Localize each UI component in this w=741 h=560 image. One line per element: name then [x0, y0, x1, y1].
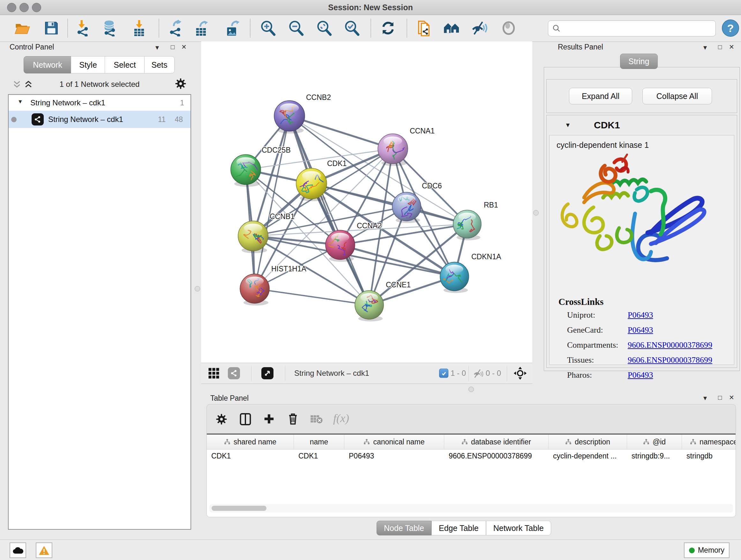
open-in-new-window-button[interactable]: [261, 367, 273, 379]
string-document-button[interactable]: [414, 17, 434, 39]
table-options-button[interactable]: [216, 414, 227, 426]
expand-all-button[interactable]: Expand All: [569, 88, 632, 105]
collapse-all-networks-button[interactable]: [12, 80, 22, 91]
crosslink-link[interactable]: P06493: [628, 370, 653, 380]
tab-network-table[interactable]: Network Table: [486, 521, 551, 536]
entry-expander-icon[interactable]: ▼: [565, 122, 571, 129]
collapse-all-button[interactable]: Collapse All: [643, 88, 712, 105]
zoom-out-button[interactable]: [286, 17, 306, 39]
tab-network[interactable]: Network: [23, 56, 71, 73]
expand-all-networks-button[interactable]: [23, 80, 33, 91]
import-network-from-database-button[interactable]: [100, 17, 119, 39]
export-image-icon: [224, 20, 241, 37]
control-panel-close-button[interactable]: ✕: [181, 44, 187, 50]
zoom-selected-icon: [344, 20, 360, 37]
table-cell[interactable]: CDK1: [207, 449, 294, 462]
birds-eye-view-button[interactable]: [208, 368, 219, 380]
table-cell[interactable]: stringdb:9...: [627, 449, 682, 462]
tab-string[interactable]: String: [620, 54, 658, 69]
column-header-namespace[interactable]: namespace: [682, 435, 736, 449]
selected-checkbox-icon[interactable]: [439, 369, 448, 378]
column-header-database-identifier[interactable]: database identifier: [444, 435, 549, 449]
table-cell[interactable]: stringdb: [682, 449, 736, 462]
results-panel-float-menu[interactable]: ▾: [703, 44, 707, 51]
table-cell[interactable]: P06493: [344, 449, 444, 462]
search-input[interactable]: [563, 23, 712, 33]
table-cell[interactable]: cyclin-dependent ...: [549, 449, 627, 462]
network-edge[interactable]: [289, 116, 393, 149]
hide-unhide-button[interactable]: [469, 17, 488, 39]
scrollbar-thumb[interactable]: [212, 506, 266, 511]
vertical-splitter-handle[interactable]: [195, 286, 200, 292]
network-canvas[interactable]: CCNB2CCNA1CDC25BCDK1CDC6RB1CCNB1CCNA2CDK…: [201, 42, 532, 363]
column-header--id[interactable]: @id: [627, 435, 682, 449]
tab-sets[interactable]: Sets: [144, 56, 175, 73]
results-panel-float-button[interactable]: □: [718, 44, 722, 50]
grid-icon: [208, 368, 219, 379]
import-table-button[interactable]: [130, 17, 149, 39]
column-header-name[interactable]: name: [294, 435, 344, 449]
show-graphics-details-button[interactable]: [499, 17, 518, 39]
export-image-button[interactable]: [223, 17, 242, 39]
zoom-fit-button[interactable]: [315, 17, 334, 39]
tab-select[interactable]: Select: [105, 56, 145, 73]
column-header-label: database identifier: [471, 438, 531, 446]
table-horizontal-scrollbar[interactable]: [209, 504, 733, 512]
crosslink-link[interactable]: P06493: [628, 325, 653, 335]
table-cell[interactable]: 9606.ENSP00000378699: [444, 449, 549, 462]
tab-node-table[interactable]: Node Table: [377, 521, 431, 536]
function-builder-button[interactable]: f(x): [333, 412, 349, 425]
network-edge[interactable]: [255, 116, 289, 289]
tab-style[interactable]: Style: [71, 56, 105, 73]
zoom-in-button[interactable]: [259, 17, 278, 39]
column-header-canonical-name[interactable]: canonical name: [344, 435, 444, 449]
tab-edge-table[interactable]: Edge Table: [431, 521, 486, 536]
expander-icon[interactable]: ▼: [17, 99, 23, 105]
cloud-status-button[interactable]: [10, 543, 26, 558]
delete-table-button[interactable]: [310, 415, 323, 426]
table-tabs: Node Table Edge Table Network Table: [377, 521, 551, 536]
table-toolbar: f(x): [207, 405, 736, 434]
search-field[interactable]: [548, 20, 716, 37]
column-header-shared-name[interactable]: shared name: [207, 435, 294, 449]
delete-columns-button[interactable]: [287, 412, 299, 426]
save-session-button[interactable]: [42, 17, 61, 39]
fit-content-button[interactable]: [513, 366, 527, 381]
table-cell[interactable]: CDK1: [294, 449, 344, 462]
cloud-icon: [12, 546, 23, 555]
create-column-button[interactable]: [263, 413, 275, 426]
column-header-label: name: [310, 438, 328, 446]
network-edge[interactable]: [289, 116, 369, 305]
home-button[interactable]: [442, 17, 461, 39]
warnings-button[interactable]: [36, 543, 52, 558]
network-share-toggle[interactable]: [228, 367, 240, 379]
refresh-button[interactable]: [379, 17, 398, 39]
export-table-button[interactable]: [192, 17, 211, 39]
crosslink-link[interactable]: 9606.ENSP00000378699: [628, 355, 712, 365]
gear-icon: [216, 414, 227, 425]
memory-button[interactable]: Memory: [684, 543, 730, 558]
column-header-description[interactable]: description: [549, 435, 627, 449]
import-network-button[interactable]: [73, 17, 92, 39]
open-session-button[interactable]: [13, 17, 32, 39]
network-edge[interactable]: [255, 289, 369, 305]
vertical-splitter-handle[interactable]: [533, 210, 539, 215]
network-list-options-button[interactable]: [175, 78, 186, 91]
table-panel-float-menu[interactable]: ▾: [703, 395, 707, 401]
results-panel-close-button[interactable]: ✕: [729, 44, 734, 50]
table-panel-float-button[interactable]: □: [718, 394, 722, 401]
table-panel-close-button[interactable]: ✕: [729, 394, 734, 401]
network-row[interactable]: String Network – cdk1 11 48: [9, 111, 191, 128]
help-button[interactable]: ?: [722, 19, 739, 37]
zoom-selected-button[interactable]: [342, 17, 361, 39]
control-panel-float-menu[interactable]: ▾: [155, 44, 159, 51]
show-columns-button[interactable]: [239, 413, 252, 427]
crosslink-link[interactable]: 9606.ENSP00000378699: [628, 340, 712, 350]
crosslink-row: GeneCard:P06493: [567, 325, 727, 335]
control-panel-float-button[interactable]: □: [171, 44, 175, 50]
crosslink-link[interactable]: P06493: [628, 310, 653, 320]
crosslink-row: Uniprot:P06493: [567, 310, 727, 320]
export-network-button[interactable]: [166, 17, 185, 39]
horizontal-splitter-handle[interactable]: [468, 387, 474, 392]
network-collection-row[interactable]: ▼ String Network – cdk1 1: [9, 95, 191, 111]
